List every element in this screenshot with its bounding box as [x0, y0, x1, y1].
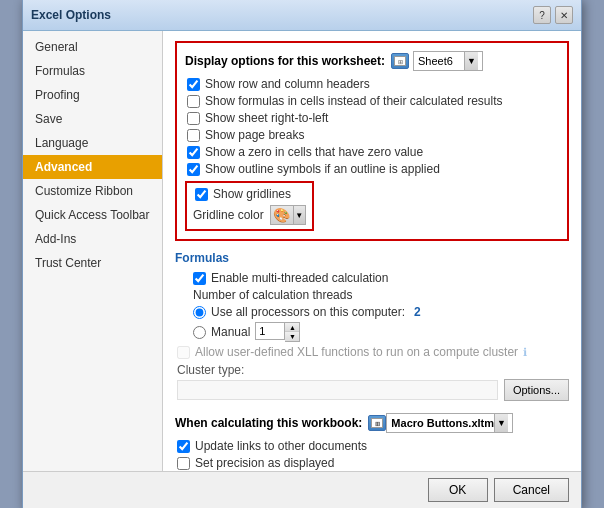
allow-udf-label: Allow user-defined XLL functions to run … [195, 345, 518, 359]
display-checkbox-3[interactable] [187, 129, 200, 142]
sidebar-item-general[interactable]: General [23, 35, 162, 59]
cluster-type-label: Cluster type: [175, 363, 569, 377]
workbook-option-0: Update links to other documents [175, 439, 569, 453]
ok-button[interactable]: OK [428, 478, 488, 502]
display-option-3: Show page breaks [185, 128, 559, 142]
dialog-footer: OK Cancel [23, 471, 581, 508]
workbook-label-1: Set precision as displayed [195, 456, 334, 470]
display-label-0: Show row and column headers [205, 77, 370, 91]
multithreaded-label: Enable multi-threaded calculation [211, 271, 388, 285]
allow-udf-row: Allow user-defined XLL functions to run … [175, 345, 569, 359]
title-bar-controls: ? ✕ [533, 6, 573, 24]
allow-udf-checkbox [177, 346, 190, 359]
worksheet-dropdown[interactable]: Sheet6 ▼ [413, 51, 483, 71]
worksheet-dropdown-arrow[interactable]: ▼ [464, 52, 478, 70]
display-option-1: Show formulas in cells instead of their … [185, 94, 559, 108]
display-label-1: Show formulas in cells instead of their … [205, 94, 502, 108]
worksheet-name: Sheet6 [418, 55, 453, 67]
options-button[interactable]: Options... [504, 379, 569, 401]
use-all-processors-radio[interactable] [193, 306, 206, 319]
manual-radio[interactable] [193, 326, 206, 339]
display-label-2: Show sheet right-to-left [205, 111, 328, 125]
workbook-selector: ⊞ Macro Buttons.xltm ▼ [368, 413, 513, 433]
manual-spinner: 1 ▲ ▼ [255, 322, 300, 342]
sidebar-item-add-ins[interactable]: Add-Ins [23, 227, 162, 251]
workbook-option-1: Set precision as displayed [175, 456, 569, 470]
display-label-4: Show a zero in cells that have zero valu… [205, 145, 423, 159]
gridline-color-row: Gridline color 🎨 ▼ [193, 205, 306, 225]
spin-up-button[interactable]: ▲ [285, 323, 299, 332]
sidebar-item-language[interactable]: Language [23, 131, 162, 155]
title-bar: Excel Options ? ✕ [23, 0, 581, 31]
excel-options-dialog: Excel Options ? ✕ GeneralFormulasProofin… [22, 0, 582, 508]
workbook-checkbox-1[interactable] [177, 457, 190, 470]
workbook-title: When calculating this workbook: [175, 416, 362, 430]
use-all-processors-label: Use all processors on this computer: [211, 305, 405, 319]
close-button[interactable]: ✕ [555, 6, 573, 24]
show-gridlines-checkbox[interactable] [195, 188, 208, 201]
spin-down-button[interactable]: ▼ [285, 332, 299, 341]
display-options-section: Display options for this worksheet: ⊞ Sh… [175, 41, 569, 241]
sidebar-item-proofing[interactable]: Proofing [23, 83, 162, 107]
use-all-processors-row: Use all processors on this computer: 2 [175, 305, 569, 319]
display-section-title: Display options for this worksheet: [185, 54, 385, 68]
workbook-header: When calculating this workbook: ⊞ Macro … [175, 413, 569, 433]
spinner-buttons: ▲ ▼ [285, 322, 300, 342]
display-option-5: Show outline symbols if an outline is ap… [185, 162, 559, 176]
spinner-input[interactable]: 1 [255, 322, 285, 340]
workbook-dropdown-arrow[interactable]: ▼ [494, 414, 508, 432]
worksheet-icon-inner: ⊞ [394, 56, 406, 66]
help-button[interactable]: ? [533, 6, 551, 24]
worksheet-selector: ⊞ Sheet6 ▼ [391, 51, 483, 71]
dialog-title: Excel Options [31, 8, 111, 22]
display-section-header: Display options for this worksheet: ⊞ Sh… [185, 51, 559, 71]
display-label-5: Show outline symbols if an outline is ap… [205, 162, 440, 176]
sidebar-item-formulas[interactable]: Formulas [23, 59, 162, 83]
display-option-4: Show a zero in cells that have zero valu… [185, 145, 559, 159]
show-gridlines-row: Show gridlines [193, 187, 306, 201]
gridlines-highlight-box: Show gridlines Gridline color 🎨 ▼ [185, 181, 314, 231]
cancel-button[interactable]: Cancel [494, 478, 569, 502]
gridline-color-button[interactable]: 🎨 ▼ [270, 205, 306, 225]
cluster-type-dropdown [177, 380, 498, 400]
display-option-2: Show sheet right-to-left [185, 111, 559, 125]
color-swatch-icon: 🎨 [271, 206, 293, 224]
cluster-type-row: Options... [175, 379, 569, 401]
workbook-section: When calculating this workbook: ⊞ Macro … [175, 413, 569, 471]
sidebar-item-quick-access-toolbar[interactable]: Quick Access Toolbar [23, 203, 162, 227]
multithreaded-checkbox[interactable] [193, 272, 206, 285]
manual-label: Manual [211, 325, 250, 339]
show-gridlines-label: Show gridlines [213, 187, 291, 201]
formulas-section-title: Formulas [175, 251, 569, 265]
display-checkbox-5[interactable] [187, 163, 200, 176]
sidebar: GeneralFormulasProofingSaveLanguageAdvan… [23, 31, 163, 471]
sidebar-item-customize-ribbon[interactable]: Customize Ribbon [23, 179, 162, 203]
sidebar-item-save[interactable]: Save [23, 107, 162, 131]
display-checkbox-4[interactable] [187, 146, 200, 159]
workbook-icon-inner: ⊞ [371, 418, 383, 428]
sidebar-item-trust-center[interactable]: Trust Center [23, 251, 162, 275]
display-checkbox-0[interactable] [187, 78, 200, 91]
worksheet-icon: ⊞ [391, 53, 409, 69]
color-dropdown-arrow[interactable]: ▼ [293, 206, 305, 224]
display-checkbox-2[interactable] [187, 112, 200, 125]
processor-count: 2 [414, 305, 421, 319]
info-icon: ℹ [523, 346, 527, 359]
display-checkbox-1[interactable] [187, 95, 200, 108]
workbook-name: Macro Buttons.xltm [391, 417, 494, 429]
workbook-label-0: Update links to other documents [195, 439, 367, 453]
manual-threads-row: Manual 1 ▲ ▼ [175, 322, 569, 342]
display-label-3: Show page breaks [205, 128, 304, 142]
formulas-section: Formulas Enable multi-threaded calculati… [175, 251, 569, 401]
workbook-icon: ⊞ [368, 415, 386, 431]
multithreaded-row: Enable multi-threaded calculation [175, 271, 569, 285]
display-option-0: Show row and column headers [185, 77, 559, 91]
workbook-dropdown[interactable]: Macro Buttons.xltm ▼ [386, 413, 513, 433]
spinner-value: 1 [259, 325, 265, 337]
workbook-checkbox-0[interactable] [177, 440, 190, 453]
num-threads-label: Number of calculation threads [193, 288, 352, 302]
sidebar-item-advanced[interactable]: Advanced [23, 155, 162, 179]
main-content: Display options for this worksheet: ⊞ Sh… [163, 31, 581, 471]
dialog-body: GeneralFormulasProofingSaveLanguageAdvan… [23, 31, 581, 471]
gridline-color-label: Gridline color [193, 208, 264, 222]
